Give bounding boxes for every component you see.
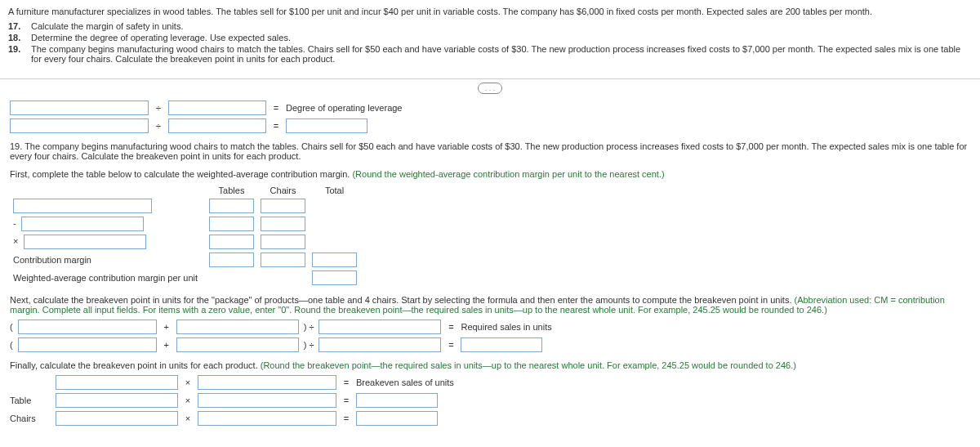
final-instructions-main: Finally, calculate the breakeven point i… (10, 360, 261, 370)
scroll-area[interactable]: ÷ = Degree of operating leverage ÷ = 19.… (0, 101, 980, 444)
cm-table: Tables Chairs Total - × Contribution mar… (10, 184, 360, 287)
plus-symbol: + (162, 340, 172, 350)
cm-row-contribution: Contribution margin (10, 251, 360, 269)
cm-input[interactable] (261, 235, 305, 249)
pkg-term2-input[interactable] (176, 337, 299, 352)
pager[interactable]: . . . (0, 83, 980, 94)
dol-row-2: ÷ = (10, 118, 970, 133)
dol-numerator-input[interactable] (10, 118, 149, 133)
cm-input[interactable] (209, 199, 254, 213)
cm-instructions-main: First, complete the table below to calcu… (10, 169, 352, 179)
cm-instructions: First, complete the table below to calcu… (10, 169, 970, 179)
lparen: ( (10, 322, 13, 332)
times-symbol: × (183, 413, 193, 423)
cm-row-minus: - (10, 215, 360, 233)
wacm-label: Weighted-average contribution margin per… (10, 269, 206, 287)
lparen: ( (10, 340, 13, 350)
col-header-tables: Tables (206, 184, 257, 197)
equals-symbol: = (446, 322, 456, 332)
cm-instructions-hint: (Round the weighted-average contribution… (352, 169, 664, 179)
cm-input[interactable] (261, 199, 305, 213)
times-symbol: × (183, 396, 193, 405)
equals-symbol: = (446, 340, 456, 350)
pager-pill[interactable]: . . . (478, 83, 503, 94)
pkg-instructions: Next, calculate the breakeven point in u… (10, 295, 970, 315)
equals-symbol: = (341, 413, 351, 423)
times-symbol: × (183, 378, 193, 387)
dol-result-label: Degree of operating leverage (286, 103, 402, 113)
cm-input[interactable] (312, 253, 357, 267)
final-factor1-select[interactable] (56, 375, 178, 390)
cm-input[interactable] (209, 253, 254, 267)
pkg-formula-row-1: ( + ) ÷ = Required sales in units (10, 320, 970, 334)
cm-input[interactable] (261, 253, 305, 267)
question-number: 18. (8, 33, 31, 42)
chairs-label: Chairs (10, 413, 51, 423)
question-number: 17. (8, 21, 31, 31)
plus-symbol: + (162, 322, 172, 332)
chairs-factor2-input[interactable] (198, 411, 336, 426)
times-symbol: × (13, 236, 18, 246)
final-factor2-select[interactable] (198, 375, 336, 390)
pkg-instructions-main: Next, calculate the breakeven point in u… (10, 295, 795, 305)
cm-input[interactable] (209, 217, 254, 231)
cm-label: Contribution margin (10, 251, 206, 269)
pkg-result-label: Required sales in units (461, 322, 551, 332)
pkg-term1-input[interactable] (18, 337, 157, 352)
col-header-total: Total (309, 184, 360, 197)
equals-symbol: = (271, 121, 281, 131)
cm-row-sale-price (10, 197, 360, 215)
row-label-select[interactable] (21, 217, 144, 231)
final-row-header: × = Breakeven sales of units (10, 375, 970, 390)
divider (0, 78, 980, 79)
table-factor1-input[interactable] (56, 393, 178, 408)
q19-restated: 19. The company begins manufacturing woo… (10, 141, 970, 161)
pkg-term2-select[interactable] (176, 320, 299, 334)
row-label-select[interactable] (24, 235, 146, 249)
pkg-result-input[interactable] (461, 337, 542, 352)
pkg-divisor-select[interactable] (318, 320, 441, 334)
final-row-table: Table × = (10, 393, 970, 408)
dol-denominator-input[interactable] (168, 118, 266, 133)
equals-symbol: = (341, 396, 351, 405)
pkg-divisor-input[interactable] (318, 337, 441, 352)
equals-symbol: = (271, 103, 281, 113)
table-result-input[interactable] (356, 393, 438, 408)
equals-symbol: = (341, 378, 351, 387)
rparen-div: ) ÷ (304, 322, 314, 332)
cm-input[interactable] (209, 235, 254, 249)
question-row: 17. Calculate the margin of safety in un… (8, 21, 972, 31)
row-label-select[interactable] (13, 199, 152, 213)
dol-result-input[interactable] (286, 118, 368, 133)
question-text: Determine the degree of operating levera… (31, 33, 972, 42)
cm-input[interactable] (261, 217, 305, 231)
final-result-label: Breakeven sales of units (356, 378, 454, 387)
question-row: 18. Determine the degree of operating le… (8, 33, 972, 42)
question-text: The company begins manufacturing wood ch… (31, 44, 972, 64)
rparen-div: ) ÷ (304, 340, 314, 350)
table-factor2-input[interactable] (198, 393, 336, 408)
dol-numerator-select[interactable] (10, 101, 149, 115)
minus-symbol: - (13, 218, 16, 228)
divide-symbol: ÷ (154, 121, 163, 131)
cm-row-times: × (10, 233, 360, 251)
final-instructions-hint: (Round the breakeven point—the required … (261, 360, 796, 370)
pkg-term1-select[interactable] (18, 320, 157, 334)
chairs-result-input[interactable] (356, 411, 438, 426)
wacm-input[interactable] (312, 270, 357, 285)
final-instructions: Finally, calculate the breakeven point i… (10, 360, 970, 370)
divide-symbol: ÷ (154, 103, 163, 113)
pkg-formula-row-2: ( + ) ÷ = (10, 337, 970, 352)
question-text: Calculate the margin of safety in units. (31, 21, 972, 31)
dol-denominator-select[interactable] (168, 101, 266, 115)
problem-intro: A furniture manufacturer specializes in … (8, 7, 972, 16)
question-row: 19. The company begins manufacturing woo… (8, 44, 972, 64)
dol-row-1: ÷ = Degree of operating leverage (10, 101, 970, 115)
table-label: Table (10, 396, 51, 405)
chairs-factor1-input[interactable] (56, 411, 178, 426)
cm-row-wacm: Weighted-average contribution margin per… (10, 269, 360, 287)
col-header-chairs: Chairs (257, 184, 309, 197)
final-row-chairs: Chairs × = (10, 411, 970, 426)
question-number: 19. (8, 44, 31, 64)
